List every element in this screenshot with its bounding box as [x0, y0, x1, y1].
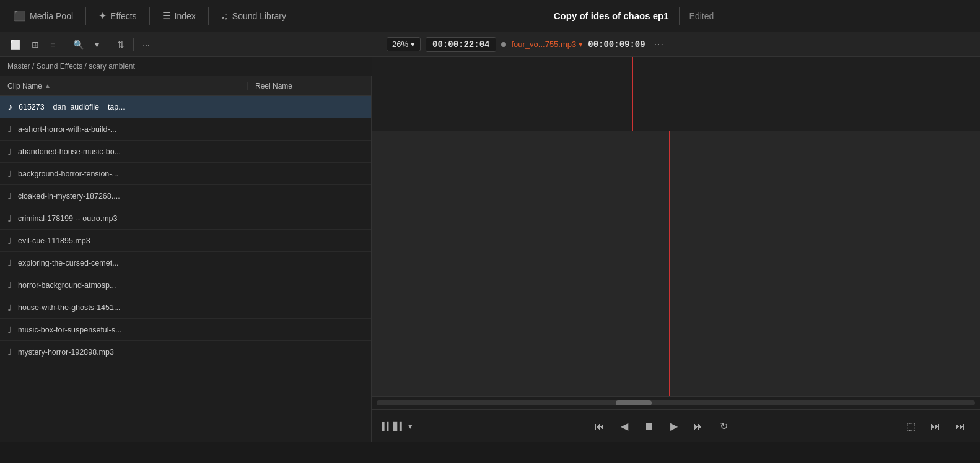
- skip-end-btn[interactable]: ⏭: [925, 417, 945, 436]
- music-note-icon: ♩: [7, 258, 12, 268]
- list-item[interactable]: ♩a-short-horror-with-a-build-...: [0, 118, 371, 141]
- clip-name-header[interactable]: Clip Name ▲: [0, 82, 248, 90]
- pip-icon: ⬚: [906, 420, 916, 432]
- file-name-label: cloaked-in-mystery-187268....: [18, 192, 120, 201]
- list-item[interactable]: ♩horror-background-atmosp...: [0, 274, 371, 296]
- nav-effects[interactable]: ✦ Effects: [91, 6, 144, 25]
- prev-frame-btn[interactable]: ◀: [615, 417, 634, 436]
- file-name-label: background-horror-tension-...: [18, 170, 118, 178]
- zoom-value: 26%: [392, 40, 408, 49]
- next-frame-btn[interactable]: ⏭: [689, 417, 709, 436]
- nav-sound-library[interactable]: ♫ Sound Library: [214, 7, 294, 25]
- music-note-icon: ♪: [7, 102, 12, 113]
- next-frame-icon: ⏭: [694, 421, 704, 432]
- list-item[interactable]: ♩criminal-178199 -- outro.mp3: [0, 207, 371, 230]
- scroll-thumb[interactable]: [616, 400, 652, 405]
- more-icon-left: ···: [142, 40, 150, 50]
- list-item[interactable]: ♩exploring-the-cursed-cemet...: [0, 252, 371, 274]
- playhead-top: [632, 57, 633, 131]
- nav-left: ⬛ Media Pool ✦ Effects ☰ Index ♫ Sound L…: [6, 6, 294, 25]
- clip-name-value: four_vo...755.mp3: [511, 40, 576, 49]
- grid-view-btn[interactable]: ⊞: [27, 37, 44, 52]
- more-options-left-btn[interactable]: ···: [138, 37, 155, 52]
- file-name-label: exploring-the-cursed-cemet...: [18, 259, 119, 267]
- list-item[interactable]: ♩music-box-for-suspenseful-s...: [0, 319, 371, 341]
- list-item[interactable]: ♩evil-cue-111895.mp3: [0, 230, 371, 252]
- sound-library-label: Sound Library: [232, 11, 286, 21]
- file-name-label: evil-cue-111895.mp3: [18, 236, 90, 245]
- music-note-icon: ♩: [7, 214, 12, 223]
- bottom-controls: ▌▎▋▍ ▾ ⏮ ◀ ⏹ ▶ ⏭ ↻ ⬚: [372, 410, 980, 442]
- skip-last-icon: ⏭: [955, 421, 965, 432]
- effects-icon: ✦: [98, 10, 107, 22]
- loop-btn[interactable]: ↻: [714, 417, 733, 436]
- file-name-label: mystery-horror-192898.mp3: [18, 348, 114, 357]
- list-item[interactable]: ♩background-horror-tension-...: [0, 163, 371, 185]
- music-note-icon: ♩: [7, 303, 12, 313]
- loop-icon: ↻: [720, 420, 728, 432]
- preview-area-top[interactable]: [372, 57, 980, 131]
- list-view-btn[interactable]: ≡: [45, 37, 60, 52]
- nav-divider-1: [85, 7, 86, 25]
- music-note-icon: ♩: [7, 124, 12, 134]
- search-dropdown-btn[interactable]: ▾: [90, 37, 104, 52]
- sound-library-icon: ♫: [221, 11, 229, 22]
- breadcrumb: Master / Sound Effects / scary ambient: [0, 57, 372, 76]
- scroll-area[interactable]: [372, 396, 980, 410]
- nav-divider-2: [149, 7, 150, 25]
- skip-end-icon: ⏭: [930, 421, 940, 432]
- preview-area-main[interactable]: [372, 131, 980, 396]
- index-label: Index: [175, 11, 196, 21]
- edited-badge: Edited: [689, 11, 714, 21]
- zoom-chevron: ▾: [411, 40, 415, 49]
- nav-index[interactable]: ☰ Index: [155, 6, 203, 25]
- music-note-icon: ♩: [7, 280, 12, 290]
- more-options-right-btn[interactable]: ···: [650, 37, 668, 53]
- timecode-display[interactable]: 00:00:22:04: [426, 37, 496, 52]
- list-item[interactable]: ♪615273__dan_audiofile__tap...: [0, 96, 371, 118]
- effects-label: Effects: [110, 11, 137, 21]
- timecode-value: 00:00:22:04: [432, 40, 489, 50]
- waveform-icon: ▌▎▋▍: [382, 422, 406, 431]
- main-content: Master / Sound Effects / scary ambient C…: [0, 57, 980, 442]
- picture-in-picture-btn[interactable]: ⬚: [901, 417, 921, 436]
- nav-divider-3: [208, 7, 209, 25]
- file-name-label: abandoned-house-music-bo...: [18, 147, 121, 156]
- list-item[interactable]: ♩mystery-horror-192898.mp3: [0, 341, 371, 363]
- right-panel: ▌▎▋▍ ▾ ⏮ ◀ ⏹ ▶ ⏭ ↻ ⬚: [372, 57, 980, 442]
- thumbnail-view-btn[interactable]: ⬜: [5, 37, 25, 52]
- timecode-dot: [501, 42, 506, 47]
- skip-to-start-btn[interactable]: ⏮: [590, 417, 610, 436]
- list-item[interactable]: ♩house-with-the-ghosts-1451...: [0, 296, 371, 319]
- clip-name-header-label: Clip Name: [7, 82, 42, 90]
- playhead-main: [669, 131, 670, 396]
- toolbar-sep-1: [64, 38, 64, 51]
- nav-center: Copy of ides of chaos ep1 Edited: [294, 7, 974, 25]
- toolbar-sep-2: [108, 38, 108, 51]
- top-nav-bar: ⬛ Media Pool ✦ Effects ☰ Index ♫ Sound L…: [0, 0, 980, 32]
- prev-frame-icon: ◀: [621, 420, 628, 432]
- grid-icon: ⊞: [32, 40, 39, 50]
- list-item[interactable]: ♩cloaked-in-mystery-187268....: [0, 185, 371, 207]
- reel-name-header[interactable]: Reel Name: [248, 82, 371, 90]
- stop-btn[interactable]: ⏹: [639, 417, 659, 436]
- stop-icon: ⏹: [644, 421, 654, 432]
- play-btn[interactable]: ▶: [664, 417, 684, 436]
- toolbar: ⬜ ⊞ ≡ 🔍 ▾ ⇅ ··· 26% ▾ 00:00:22:04: [0, 32, 980, 57]
- skip-last-btn[interactable]: ⏭: [950, 417, 970, 436]
- search-btn[interactable]: 🔍: [68, 37, 89, 52]
- waveform-btn[interactable]: ▌▎▋▍ ▾: [382, 422, 413, 431]
- music-note-icon: ♩: [7, 169, 12, 179]
- scroll-track[interactable]: [377, 400, 975, 405]
- media-pool-icon: ⬛: [14, 10, 26, 22]
- clip-timecode: 00:00:09:09: [588, 40, 645, 50]
- clip-chevron: ▾: [579, 40, 583, 49]
- zoom-control[interactable]: 26% ▾: [387, 37, 421, 51]
- file-name-label: horror-background-atmosp...: [18, 281, 116, 290]
- clip-name-display[interactable]: four_vo...755.mp3 ▾: [511, 40, 583, 49]
- list-item[interactable]: ♩abandoned-house-music-bo...: [0, 141, 371, 163]
- breadcrumb-path: Master / Sound Effects / scary ambient: [7, 62, 135, 71]
- nav-media-pool[interactable]: ⬛ Media Pool: [6, 6, 81, 25]
- toolbar-sep-3: [133, 38, 134, 51]
- sort-btn[interactable]: ⇅: [112, 37, 129, 52]
